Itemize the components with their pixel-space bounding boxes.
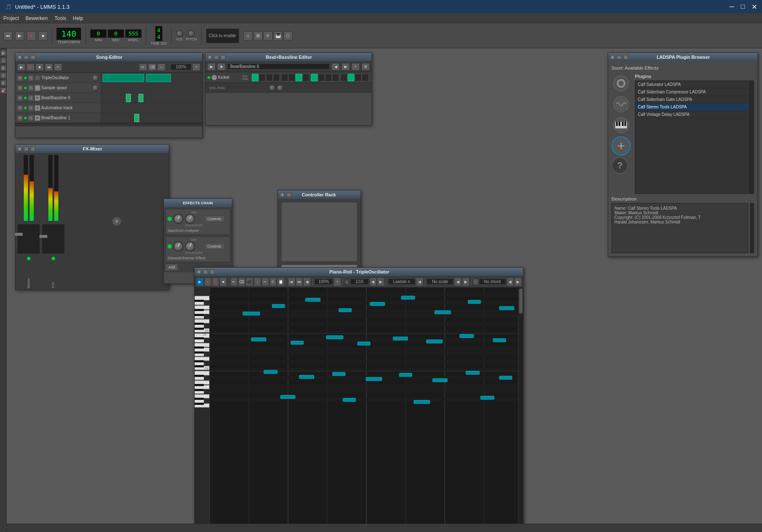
beat-btn-3[interactable] [266,74,273,81]
fx-mixer-titlebar[interactable]: ✕ ─ □ FX-Mixer [15,145,169,153]
pr-draw-btn[interactable]: ✏ [231,278,238,286]
fx-add-channel[interactable]: + [112,217,121,226]
pr-stop-btn[interactable]: ■ [220,278,227,286]
se-play-btn[interactable]: ▶ [17,63,25,71]
pr-select-btn[interactable]: ⬛ [246,278,253,286]
bb-play[interactable]: ▶ [207,63,216,70]
plugin-list[interactable]: Calf Saturator LADSPA Calf Sidechain Com… [635,80,750,194]
cpu-display[interactable]: Click to enable [206,28,239,43]
beat-btn-16[interactable] [362,74,368,81]
sidebar-icon-2[interactable]: ♫ [0,58,6,63]
rack-close[interactable]: ✕ [280,192,285,197]
bb-stop[interactable]: ■ [217,63,226,70]
fx-master-fader-thumb[interactable] [15,233,23,236]
beat-btn-10[interactable] [318,74,325,81]
pr-q-down[interactable]: ◀ [370,278,377,286]
fx1-fader-thumb[interactable] [39,235,48,238]
track-mute-4[interactable]: M [17,105,23,111]
bb-min[interactable]: ─ [214,55,219,60]
pr-record-btn[interactable]: ● [204,278,211,286]
piano-roll-btn[interactable]: 🎹 [273,31,283,40]
pr-close[interactable]: ✕ [196,269,201,274]
bb-pan-knob[interactable] [277,85,283,91]
rack-controls[interactable]: ✕ ─ [280,192,291,197]
song-editor-btn[interactable]: ♫ [243,31,253,40]
se-select-btn[interactable]: ↔ [157,63,165,71]
track-content-4[interactable] [101,103,202,113]
effect-led-1[interactable] [168,217,172,221]
fx1-send[interactable] [51,256,55,261]
effects-titlebar[interactable]: EFFECTS CHAIN [164,199,232,207]
se-draw-btn[interactable]: ✏ [139,63,147,71]
beat-btn-7[interactable] [296,74,302,81]
track-mute-2[interactable]: M [17,85,23,91]
pr-cut-btn[interactable]: ✂ [262,278,269,286]
ladspa-icon-question[interactable]: ? [612,157,628,174]
pr-back-btn[interactable]: ◀ [303,278,311,286]
record-button[interactable]: ● [27,31,36,40]
effect-knob-2b[interactable] [185,241,195,251]
bb-controls[interactable]: ✕ ─ □ [207,55,226,60]
plugin-item-2[interactable]: Calf Sidechain Gate LADSPA [635,96,749,103]
beat-block-3b[interactable] [138,94,143,102]
pr-scale[interactable]: No scale [426,279,454,285]
bb-add[interactable]: + [351,63,360,70]
se-zoom[interactable]: 100% [170,64,191,70]
pr-chord[interactable]: No chord [479,279,506,285]
pr-play-btn[interactable]: ▶ [196,278,203,286]
beat-btn-5[interactable] [281,74,288,81]
sidebar-icon-4[interactable]: ≡ [0,73,6,78]
fx-master-send[interactable] [27,256,31,261]
pr-paste-btn[interactable]: 📋 [277,278,284,286]
sidebar-icon-5[interactable]: ★ [0,80,6,86]
se-add-bb-btn[interactable]: + [54,63,62,71]
sidebar-icon-3[interactable]: ⊞ [0,65,6,71]
plugin-item-3[interactable]: Calf Stereo Tools LADSPA [635,103,749,111]
track-mute-5[interactable]: M [17,115,23,121]
pr-note-area[interactable] [210,288,518,532]
rack-titlebar[interactable]: ✕ ─ Controller Rack [278,191,361,199]
ladspa-icon-selected[interactable] [612,136,631,156]
beat-bassline-btn[interactable]: ⊞ [253,31,263,40]
plugin-item-4[interactable]: Calf Vintage Delay LADSPA [635,111,749,118]
beat-btn-1[interactable] [252,74,258,81]
bb-name-input[interactable]: Beat/Bassline 0 [227,63,330,70]
pr-forward-btn[interactable]: ⏭ [296,278,303,286]
beat-btn-14[interactable] [348,74,354,81]
minimize-button[interactable]: ─ [729,3,734,11]
fx-min[interactable]: ─ [24,146,29,151]
track-vol-1[interactable] [92,75,99,81]
pr-zoom-in[interactable]: + [334,278,341,286]
se-back-btn[interactable]: ⏮ [45,63,53,71]
pr-max[interactable]: □ [210,269,215,274]
beat-btn-4[interactable] [273,74,280,81]
desc-scrollbar[interactable] [750,203,754,253]
beat-btn-15[interactable] [355,74,361,81]
track-content-5[interactable] [101,113,202,123]
ladspa-icon-keyboard[interactable] [612,115,631,135]
bb-titlebar[interactable]: ✕ ─ □ Beat+Bassline Editor [206,53,371,61]
menu-tools[interactable]: Tools [55,15,66,21]
track-solo-1[interactable]: S [28,75,34,81]
beat-btn-13[interactable] [341,74,347,81]
pr-scale-r[interactable]: ▶ [462,278,469,286]
track-block-1b[interactable] [146,74,171,82]
pr-scale-l[interactable]: ◀ [454,278,461,286]
beat-btn-12[interactable] [332,74,339,81]
track-mute-3[interactable]: M [17,95,23,101]
se-zoom-in[interactable]: + [192,63,201,71]
fx-close[interactable]: ✕ [17,146,22,151]
sidebar-icon-1[interactable]: ▶ [0,50,6,56]
pr-latest-down[interactable]: ◀ [416,278,423,286]
stop-button[interactable]: ■ [38,31,48,40]
beat-btn-9[interactable] [311,74,318,81]
beat-btn-8[interactable] [303,74,309,81]
se-stop-btn[interactable]: ■ [35,63,44,71]
effect-knob-1b[interactable] [185,214,195,224]
fx-mixer-btn[interactable]: ≡ [263,31,273,40]
fx-max[interactable]: □ [30,146,35,151]
beat-btn-11[interactable] [325,74,332,81]
pr-erase-btn[interactable]: ⌫ [238,278,246,286]
track-solo-5[interactable]: S [28,115,34,121]
plugin-item-0[interactable]: Calf Saturator LADSPA [635,81,749,88]
